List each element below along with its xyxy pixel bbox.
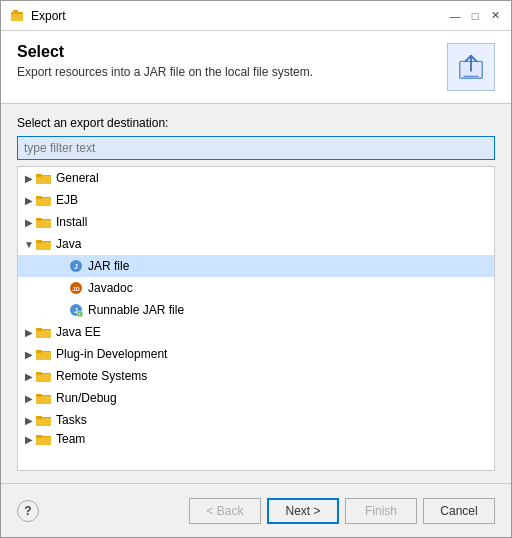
svg-rect-36 <box>36 394 42 397</box>
svg-text:JD: JD <box>72 286 80 292</box>
minimize-button[interactable]: — <box>447 8 463 24</box>
svg-rect-1 <box>11 14 23 21</box>
svg-rect-39 <box>36 416 42 419</box>
tree-label-java-ee: Java EE <box>56 325 101 339</box>
filter-input[interactable] <box>17 136 495 160</box>
svg-rect-13 <box>36 218 42 221</box>
svg-rect-35 <box>36 396 51 404</box>
finish-button[interactable]: Finish <box>345 498 417 524</box>
tree-item-javadoc[interactable]: ▶ JD Javadoc <box>18 277 494 299</box>
tree-item-java[interactable]: ▼ Java <box>18 233 494 255</box>
folder-icon-ejb <box>36 193 52 207</box>
svg-text:J: J <box>74 263 78 270</box>
footer-right: < Back Next > Finish Cancel <box>189 498 495 524</box>
tree-label-team: Team <box>56 432 85 446</box>
window-title: Export <box>31 9 447 23</box>
tree-container[interactable]: ▶ General ▶ EJB ▶ <box>17 166 495 471</box>
window-icon <box>9 8 25 24</box>
svg-rect-33 <box>36 372 42 375</box>
tree-item-jar-file[interactable]: ▶ J JAR file <box>18 255 494 277</box>
tree-item-tasks[interactable]: ▶ Tasks <box>18 409 494 431</box>
tree-label-run-debug: Run/Debug <box>56 391 117 405</box>
chevron-remote-systems: ▶ <box>22 369 36 383</box>
next-button[interactable]: Next > <box>267 498 339 524</box>
tree-item-runnable-jar[interactable]: ▶ J Runnable JAR file <box>18 299 494 321</box>
svg-rect-7 <box>36 174 42 177</box>
close-button[interactable]: ✕ <box>487 8 503 24</box>
folder-icon-plugin-dev <box>36 347 52 361</box>
section-label: Select an export destination: <box>17 116 495 130</box>
window-controls: — □ ✕ <box>447 8 503 24</box>
tree-item-plugin-dev[interactable]: ▶ Plug-in Development <box>18 343 494 365</box>
svg-rect-12 <box>36 220 51 228</box>
folder-icon-remote-systems <box>36 369 52 383</box>
chevron-team: ▶ <box>22 432 36 446</box>
jar-file-icon: J <box>68 259 84 273</box>
tree-item-install[interactable]: ▶ Install <box>18 211 494 233</box>
header: Select Export resources into a JAR file … <box>1 31 511 104</box>
help-button[interactable]: ? <box>17 500 39 522</box>
tree-label-ejb: EJB <box>56 193 78 207</box>
folder-icon-general <box>36 171 52 185</box>
export-icon <box>456 52 486 82</box>
folder-icon-tasks <box>36 413 52 427</box>
back-button[interactable]: < Back <box>189 498 261 524</box>
tree-label-java: Java <box>56 237 81 251</box>
svg-rect-38 <box>36 418 51 426</box>
tree-label-remote-systems: Remote Systems <box>56 369 147 383</box>
export-window: Export — □ ✕ Select Export resources int… <box>0 0 512 538</box>
svg-rect-27 <box>36 328 42 331</box>
svg-rect-29 <box>36 352 51 360</box>
header-description: Export resources into a JAR file on the … <box>17 65 435 79</box>
tree-label-tasks: Tasks <box>56 413 87 427</box>
tree-label-general: General <box>56 171 99 185</box>
tree-item-java-ee[interactable]: ▶ Java EE <box>18 321 494 343</box>
header-title: Select <box>17 43 435 61</box>
svg-rect-42 <box>36 435 42 438</box>
header-text: Select Export resources into a JAR file … <box>17 43 435 79</box>
tree-item-remote-systems[interactable]: ▶ Remote Systems <box>18 365 494 387</box>
tree-label-jar-file: JAR file <box>88 259 129 273</box>
footer-left: ? <box>17 500 39 522</box>
svg-rect-10 <box>36 196 42 199</box>
svg-rect-16 <box>36 240 42 243</box>
chevron-plugin-dev: ▶ <box>22 347 36 361</box>
chevron-java-ee: ▶ <box>22 325 36 339</box>
folder-icon-java <box>36 237 52 251</box>
folder-icon-team <box>36 432 52 446</box>
svg-rect-30 <box>36 350 42 353</box>
svg-rect-41 <box>36 437 51 445</box>
tree-item-run-debug[interactable]: ▶ Run/Debug <box>18 387 494 409</box>
runnable-jar-icon: J <box>68 303 84 317</box>
tree-label-plugin-dev: Plug-in Development <box>56 347 167 361</box>
svg-rect-32 <box>36 374 51 382</box>
chevron-ejb: ▶ <box>22 193 36 207</box>
header-icon-box <box>447 43 495 91</box>
tree-label-javadoc: Javadoc <box>88 281 133 295</box>
javadoc-icon: JD <box>68 281 84 295</box>
folder-icon-install <box>36 215 52 229</box>
svg-rect-6 <box>36 176 51 184</box>
main-section: Select an export destination: ▶ General … <box>1 104 511 483</box>
folder-icon-java-ee <box>36 325 52 339</box>
svg-rect-9 <box>36 198 51 206</box>
svg-rect-2 <box>13 10 18 13</box>
tree-label-runnable-jar: Runnable JAR file <box>88 303 184 317</box>
svg-rect-15 <box>36 242 51 250</box>
chevron-general: ▶ <box>22 171 36 185</box>
tree-item-ejb[interactable]: ▶ EJB <box>18 189 494 211</box>
chevron-java: ▼ <box>22 237 36 251</box>
maximize-button[interactable]: □ <box>467 8 483 24</box>
folder-icon-run-debug <box>36 391 52 405</box>
tree-item-general[interactable]: ▶ General <box>18 167 494 189</box>
chevron-tasks: ▶ <box>22 413 36 427</box>
svg-rect-26 <box>36 330 51 338</box>
tree-item-team[interactable]: ▶ Team <box>18 431 494 447</box>
tree-label-install: Install <box>56 215 87 229</box>
cancel-button[interactable]: Cancel <box>423 498 495 524</box>
chevron-run-debug: ▶ <box>22 391 36 405</box>
footer: ? < Back Next > Finish Cancel <box>1 483 511 537</box>
chevron-install: ▶ <box>22 215 36 229</box>
title-bar: Export — □ ✕ <box>1 1 511 31</box>
